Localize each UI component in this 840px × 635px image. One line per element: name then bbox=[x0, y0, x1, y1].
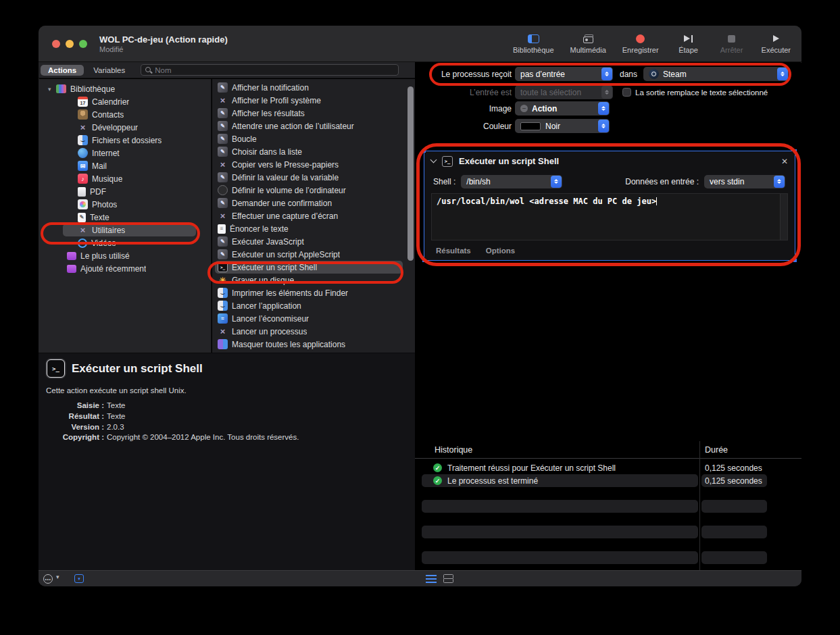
meta-line: Saisie : Texte bbox=[39, 401, 415, 411]
description-summary: Cette action exécute un script shell Uni… bbox=[46, 386, 415, 395]
history-row[interactable] bbox=[415, 487, 801, 500]
sidebar-item[interactable]: ▾ Fichiers et dossiers bbox=[39, 134, 211, 147]
app-dropdown[interactable]: Steam bbox=[643, 67, 789, 81]
action-list-item[interactable]: Imprimer les éléments du Finder bbox=[212, 286, 415, 299]
list-view-icon[interactable] bbox=[426, 575, 437, 583]
duration-column-header[interactable]: Durée bbox=[705, 445, 728, 455]
selection-handle[interactable] bbox=[422, 259, 426, 262]
action-list-item[interactable]: Attendre une action de l’utilisateur bbox=[212, 120, 415, 132]
sidebar-item[interactable]: ▾ Internet bbox=[39, 147, 211, 159]
image-dropdown[interactable]: Action bbox=[515, 101, 610, 116]
sidebar-item[interactable]: ▾ Vidéos bbox=[39, 236, 211, 249]
step-button[interactable]: Étape bbox=[675, 34, 702, 54]
action-list-item[interactable]: Énoncer le texte bbox=[212, 222, 415, 235]
category-icon bbox=[78, 122, 88, 132]
tab-variables[interactable]: Variables bbox=[86, 65, 132, 76]
history-row[interactable]: Le processus est terminé 0,125 secondes bbox=[415, 474, 801, 487]
media-button[interactable]: Multimédia bbox=[570, 34, 606, 54]
shell-dropdown[interactable]: /bin/sh bbox=[461, 175, 562, 188]
sidebar-item[interactable]: ▾ Mail bbox=[39, 159, 211, 172]
sidebar-item[interactable]: ▾ Musique bbox=[39, 172, 211, 185]
history-row[interactable] bbox=[415, 526, 801, 538]
stop-icon bbox=[728, 35, 735, 43]
process-input-row: Le processus reçoit pas d’entrée dans St… bbox=[415, 67, 801, 81]
history-row[interactable]: Traitement réussi pour Exécuter un scrip… bbox=[415, 461, 801, 474]
action-icon bbox=[218, 313, 228, 324]
success-check-icon bbox=[433, 515, 442, 524]
action-list-item[interactable]: Effectuer une capture d’écran bbox=[212, 209, 415, 222]
action-list-item[interactable]: Définir le volume de l’ordinateur bbox=[212, 184, 415, 197]
action-list: Afficher la notification Afficher le Pro… bbox=[212, 79, 415, 353]
action-list-item[interactable]: Masquer toutes les applications bbox=[212, 338, 415, 351]
action-list-item[interactable]: Définir la valeur de la variable bbox=[212, 171, 415, 184]
run-options-icon[interactable] bbox=[43, 574, 53, 584]
action-list-item[interactable]: Boucle bbox=[212, 132, 415, 145]
tab-actions[interactable]: Actions bbox=[41, 65, 84, 76]
stop-button: Arrêter bbox=[718, 34, 745, 54]
sidebar-item[interactable]: ▾ Texte bbox=[39, 211, 211, 224]
action-list-scrollbar[interactable] bbox=[407, 86, 414, 261]
action-icon bbox=[218, 288, 228, 298]
sidebar-item[interactable]: ▾ Utilitaires bbox=[39, 224, 211, 236]
selection-handle[interactable] bbox=[793, 149, 797, 153]
search-field[interactable] bbox=[141, 64, 399, 76]
action-list-item[interactable]: Lancer un processus bbox=[212, 325, 415, 338]
window-status: Modifié bbox=[99, 45, 228, 53]
action-list-item[interactable]: Graver un disque bbox=[212, 274, 415, 286]
success-check-icon bbox=[433, 528, 442, 536]
sidebar-item[interactable]: ▾ PDF bbox=[39, 185, 211, 198]
sidebar-item[interactable]: ▾ Photos bbox=[39, 198, 211, 211]
sidebar-item[interactable]: ▾ Contacts bbox=[39, 108, 211, 121]
action-list-item[interactable]: Choisir dans la liste bbox=[212, 145, 415, 158]
chevron-down-icon[interactable]: ▾ bbox=[48, 86, 56, 93]
close-icon[interactable] bbox=[781, 157, 788, 166]
script-editor[interactable]: /usr/local/bin/wol <adresse MAC du PC de… bbox=[431, 193, 788, 240]
zoom-window-icon[interactable] bbox=[79, 40, 87, 48]
success-check-icon bbox=[433, 476, 442, 485]
action-list-item[interactable]: Exécuter JavaScript bbox=[212, 235, 415, 248]
history-row[interactable] bbox=[415, 500, 801, 513]
action-list-item[interactable]: Afficher la notification bbox=[212, 81, 415, 94]
shell-script-action-card: Exécuter un script Shell Shell : /bin/sh… bbox=[424, 151, 795, 261]
action-icon bbox=[218, 82, 228, 93]
sidebar-item[interactable]: ▾ Ajouté récemment bbox=[39, 262, 211, 275]
history-row[interactable] bbox=[415, 551, 801, 564]
selection-handle[interactable] bbox=[793, 259, 797, 262]
action-list-item[interactable]: Afficher les résultats bbox=[212, 107, 415, 120]
minimize-window-icon[interactable] bbox=[66, 40, 74, 48]
category-icon bbox=[78, 238, 87, 248]
action-list-item[interactable]: Lancer l’application bbox=[212, 299, 415, 312]
history-row[interactable] bbox=[415, 513, 801, 526]
run-button[interactable]: Exécuter bbox=[762, 34, 791, 54]
action-list-item[interactable]: Lancer l’économiseur bbox=[212, 312, 415, 325]
search-input[interactable] bbox=[155, 66, 395, 74]
record-button[interactable]: Enregistrer bbox=[622, 34, 659, 54]
workflow-view-icon[interactable] bbox=[443, 574, 453, 583]
action-icon bbox=[218, 198, 228, 208]
options-link[interactable]: Options bbox=[486, 247, 515, 255]
stepper-icon bbox=[551, 176, 562, 188]
stdin-dropdown[interactable]: vers stdin bbox=[704, 175, 785, 188]
sidebar-item[interactable]: ▾ Bibliothèque bbox=[39, 82, 211, 95]
chevron-down-icon[interactable]: ▾ bbox=[56, 574, 59, 580]
action-list-item[interactable]: Demander une confirmation bbox=[212, 197, 415, 209]
process-input-dropdown[interactable]: pas d’entrée bbox=[515, 67, 613, 81]
collapse-chevron-icon[interactable] bbox=[430, 157, 437, 163]
media-browser-icon[interactable] bbox=[74, 574, 84, 583]
action-list-item[interactable]: Afficher le Profil système bbox=[212, 94, 415, 107]
script-scrollbar[interactable] bbox=[780, 194, 787, 240]
stepper-icon bbox=[601, 68, 612, 80]
sidebar-item[interactable]: ▾ Calendrier bbox=[39, 95, 211, 108]
sidebar-item[interactable]: ▾ Développeur bbox=[39, 121, 211, 134]
library-toggle-button[interactable]: Bibliothèque bbox=[513, 34, 554, 54]
sidebar-item[interactable]: ▾ Le plus utilisé bbox=[39, 249, 211, 262]
history-row[interactable] bbox=[415, 538, 801, 551]
action-list-item[interactable]: Exécuter un script AppleScript bbox=[212, 248, 415, 261]
results-link[interactable]: Résultats bbox=[436, 247, 471, 255]
action-list-item[interactable]: Copier vers le Presse-papiers bbox=[212, 158, 415, 171]
selection-handle[interactable] bbox=[422, 149, 426, 153]
output-replace-checkbox[interactable] bbox=[622, 88, 631, 97]
action-list-item[interactable]: Exécuter un script Shell bbox=[212, 261, 415, 274]
color-dropdown[interactable]: Noir bbox=[515, 119, 610, 133]
close-window-icon[interactable] bbox=[52, 40, 60, 48]
